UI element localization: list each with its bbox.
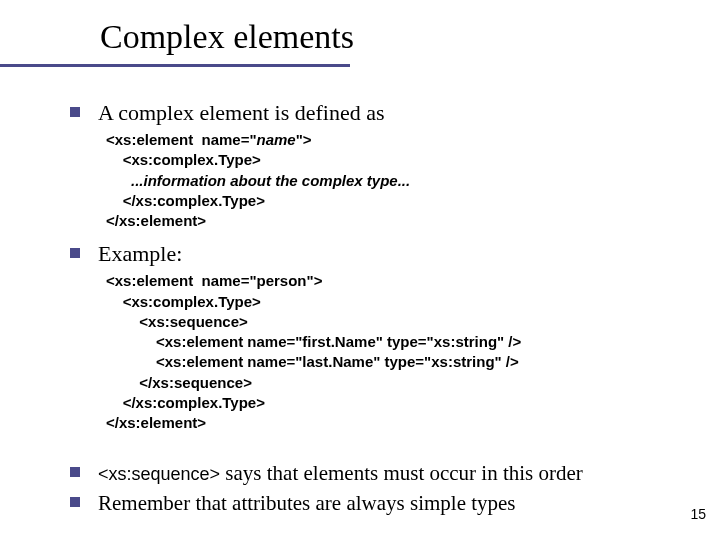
code2-l8: </xs:element> [106, 414, 206, 431]
code2-l5: <xs:element name="last.Name" type="xs:st… [106, 353, 519, 370]
code1-l4: </xs:complex.Type> [106, 192, 265, 209]
bullet-1-text: A complex element is defined as [98, 100, 690, 126]
bullet-1: A complex element is defined as [70, 100, 690, 126]
code2-l6: </xs:sequence> [106, 374, 252, 391]
bullet-3-tail: says that elements must occur in this or… [220, 461, 583, 485]
code2-l3: <xs:sequence> [106, 313, 248, 330]
code1-l5: </xs:element> [106, 212, 206, 229]
code2-l1: <xs:element name="person"> [106, 272, 322, 289]
code-block-1: <xs:element name="name"> <xs:complex.Typ… [106, 130, 690, 231]
code1-l2: <xs:complex.Type> [106, 151, 261, 168]
code-block-2: <xs:element name="person"> <xs:complex.T… [106, 271, 690, 433]
bullet-3: <xs:sequence> says that elements must oc… [70, 460, 700, 486]
bullet-4-text: Remember that attributes are always simp… [98, 490, 700, 516]
code1-l3: ...information about the complex type... [106, 172, 410, 189]
bullet-3-code: <xs:sequence> [98, 464, 220, 484]
slide-body: A complex element is defined as <xs:elem… [70, 100, 690, 443]
square-bullet-icon [70, 497, 80, 507]
square-bullet-icon [70, 107, 80, 117]
bullet-2: Example: [70, 241, 690, 267]
bottom-bullets: <xs:sequence> says that elements must oc… [70, 460, 700, 521]
code1-l1a: <xs:element name=" [106, 131, 257, 148]
square-bullet-icon [70, 248, 80, 258]
page-number: 15 [690, 506, 706, 522]
bullet-4: Remember that attributes are always simp… [70, 490, 700, 516]
code1-l1b: name [257, 131, 296, 148]
code1-l1c: "> [296, 131, 312, 148]
slide: Complex elements A complex element is de… [0, 0, 720, 540]
slide-title: Complex elements [100, 18, 354, 56]
title-underline [0, 64, 350, 67]
code2-l4: <xs:element name="first.Name" type="xs:s… [106, 333, 521, 350]
code2-l7: </xs:complex.Type> [106, 394, 265, 411]
code2-l2: <xs:complex.Type> [106, 293, 261, 310]
bullet-2-text: Example: [98, 241, 690, 267]
bullet-3-text: <xs:sequence> says that elements must oc… [98, 460, 700, 486]
square-bullet-icon [70, 467, 80, 477]
